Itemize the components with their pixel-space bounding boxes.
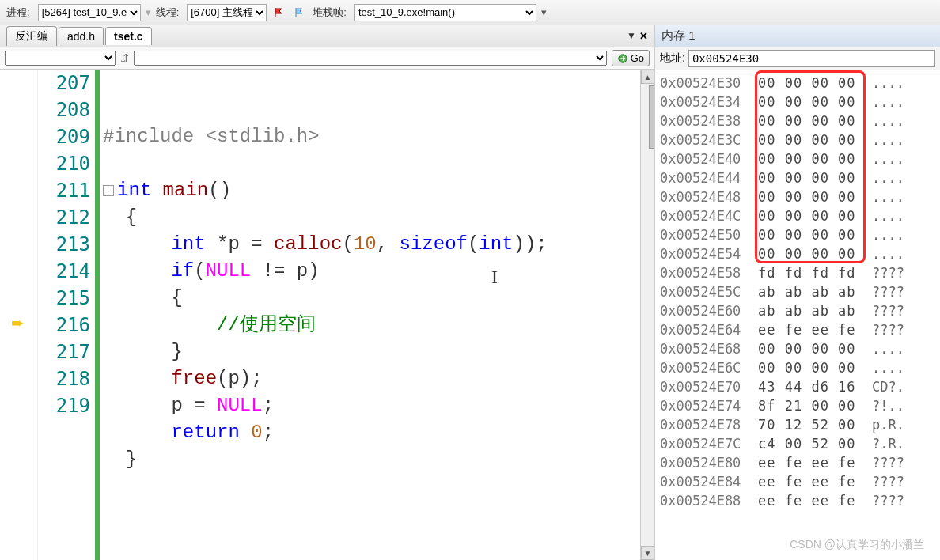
process-label: 进程: bbox=[6, 6, 30, 20]
memory-rows[interactable]: 0x00524E3000 00 00 00....0x00524E3400 00… bbox=[655, 70, 940, 560]
memory-row[interactable]: 0x00524E6800 00 00 00.... bbox=[660, 339, 935, 358]
memory-row[interactable]: 0x00524E64ee fe ee fe???? bbox=[660, 320, 935, 339]
line-numbers: 207208209210211212213214215216217218219 bbox=[38, 70, 95, 560]
memory-row[interactable]: 0x00524E7043 44 d6 16CD?. bbox=[660, 377, 935, 396]
memory-pane: 内存 1 地址: 0x00524E3000 00 00 00....0x0052… bbox=[655, 25, 940, 560]
address-input[interactable] bbox=[688, 50, 935, 67]
editor-scrollbar[interactable]: ▲ ▼ bbox=[640, 70, 654, 560]
memory-row[interactable]: 0x00524E7870 12 52 00p.R. bbox=[660, 415, 935, 434]
go-button[interactable]: Go bbox=[612, 50, 650, 66]
code-editor-pane: 反汇编 add.h tset.c ▼ ✕ ⇵ Go ➨ 207208209210… bbox=[0, 25, 655, 560]
fold-toggle-icon[interactable]: - bbox=[103, 185, 114, 196]
tab-dropdown-icon[interactable]: ▼ bbox=[627, 30, 636, 42]
memory-row[interactable]: 0x00524E6C00 00 00 00.... bbox=[660, 358, 935, 377]
memory-row[interactable]: 0x00524E5Cab ab ab ab???? bbox=[660, 282, 935, 301]
dropdown-icon[interactable]: ▾ bbox=[541, 6, 547, 18]
debug-toolbar: 进程: [5264] test_10_9.e ▾ 线程: [6700] 主线程 … bbox=[0, 0, 940, 25]
text-cursor-icon: I bbox=[491, 263, 498, 290]
scope-select[interactable] bbox=[5, 51, 116, 66]
watermark-text: CSDN @认真学习的小潘兰 bbox=[790, 538, 924, 552]
breakpoint-margin[interactable]: ➨ bbox=[0, 70, 38, 560]
scroll-down-icon[interactable]: ▼ bbox=[641, 546, 654, 560]
thread-label: 线程: bbox=[156, 6, 180, 20]
code-text[interactable]: #include <stdlib.h>-int main() { int *p … bbox=[100, 70, 640, 560]
tab-disassembly[interactable]: 反汇编 bbox=[6, 26, 57, 46]
memory-row[interactable]: 0x00524E80ee fe ee fe???? bbox=[660, 453, 935, 472]
flag-blue-icon[interactable] bbox=[292, 5, 308, 21]
thread-select[interactable]: [6700] 主线程 bbox=[187, 4, 267, 21]
member-select[interactable] bbox=[134, 51, 607, 66]
memory-row[interactable]: 0x00524E60ab ab ab ab???? bbox=[660, 301, 935, 320]
sort-icon[interactable]: ⇵ bbox=[120, 52, 129, 64]
tab-add-h[interactable]: add.h bbox=[59, 27, 104, 45]
stack-label: 堆栈帧: bbox=[313, 6, 347, 20]
editor-nav-bar: ⇵ Go bbox=[0, 47, 654, 70]
memory-row[interactable]: 0x00524E748f 21 00 00?!.. bbox=[660, 396, 935, 415]
memory-row[interactable]: 0x00524E84ee fe ee fe???? bbox=[660, 472, 935, 491]
highlight-rect bbox=[755, 70, 866, 263]
editor-tabs: 反汇编 add.h tset.c ▼ ✕ bbox=[0, 25, 654, 47]
flag-red-icon[interactable] bbox=[271, 5, 287, 21]
tab-tset-c[interactable]: tset.c bbox=[105, 27, 152, 45]
process-select[interactable]: [5264] test_10_9.e bbox=[38, 4, 141, 21]
separator-icon: ▾ bbox=[146, 6, 151, 18]
stack-select[interactable]: test_10_9.exe!main() bbox=[354, 4, 536, 21]
memory-row[interactable]: 0x00524E7Cc4 00 52 00?.R. bbox=[660, 434, 935, 453]
memory-address-row: 地址: bbox=[655, 47, 940, 70]
memory-row[interactable]: 0x00524E88ee fe ee fe???? bbox=[660, 491, 935, 510]
mouse-cursor-icon bbox=[543, 346, 654, 427]
memory-title: 内存 1 bbox=[655, 25, 940, 47]
code-area[interactable]: ➨ 20720820921021121221321421521621721821… bbox=[0, 70, 654, 560]
execution-arrow-icon: ➨ bbox=[11, 313, 25, 332]
memory-row[interactable]: 0x00524E58fd fd fd fd???? bbox=[660, 263, 935, 282]
tab-close-icon[interactable]: ✕ bbox=[639, 30, 648, 42]
scroll-up-icon[interactable]: ▲ bbox=[641, 70, 654, 84]
address-label: 地址: bbox=[660, 51, 685, 66]
